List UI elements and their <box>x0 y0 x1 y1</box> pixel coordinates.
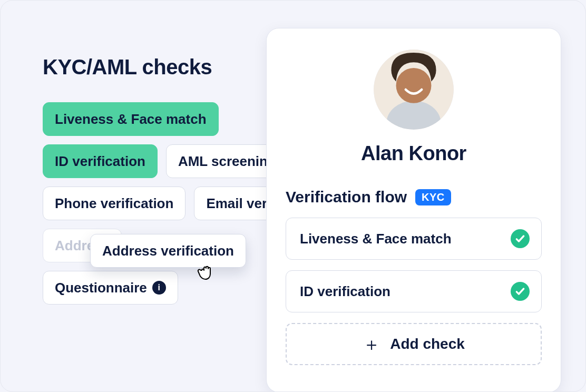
chip-questionnaire-label: Questionnaire <box>55 280 147 296</box>
flow-item-label: Liveness & Face match <box>300 231 452 247</box>
flow-item-liveness[interactable]: Liveness & Face match <box>286 218 542 260</box>
chip-liveness-face-match[interactable]: Liveness & Face match <box>43 102 219 136</box>
user-name: Alan Konor <box>286 142 542 165</box>
grab-cursor-icon <box>196 261 217 284</box>
chip-id-verification[interactable]: ID verification <box>43 144 158 178</box>
svg-point-3 <box>396 68 432 103</box>
chip-address-verification-dragging[interactable]: Address verification <box>90 234 246 268</box>
checkmark-icon <box>511 282 530 301</box>
flow-badge-kyc: KYC <box>415 189 451 205</box>
info-icon: i <box>152 281 166 295</box>
flow-item-label: ID verification <box>300 283 390 300</box>
page-title: KYC/AML checks <box>43 55 290 79</box>
plus-icon: ＋ <box>363 335 380 353</box>
add-check-button[interactable]: ＋ Add check <box>286 323 542 365</box>
chip-rows: Liveness & Face match ID verification AM… <box>43 102 290 305</box>
flow-header: Verification flow KYC <box>286 188 542 206</box>
chip-phone-verification[interactable]: Phone verification <box>43 187 185 220</box>
add-check-label: Add check <box>390 336 465 352</box>
chip-questionnaire[interactable]: Questionnaire i <box>43 271 178 305</box>
flow-title: Verification flow <box>286 188 407 206</box>
flow-item-id-verification[interactable]: ID verification <box>286 270 542 312</box>
verification-card: Alan Konor Verification flow KYC Livenes… <box>266 28 561 392</box>
avatar <box>374 50 454 130</box>
checkmark-icon <box>511 229 530 248</box>
